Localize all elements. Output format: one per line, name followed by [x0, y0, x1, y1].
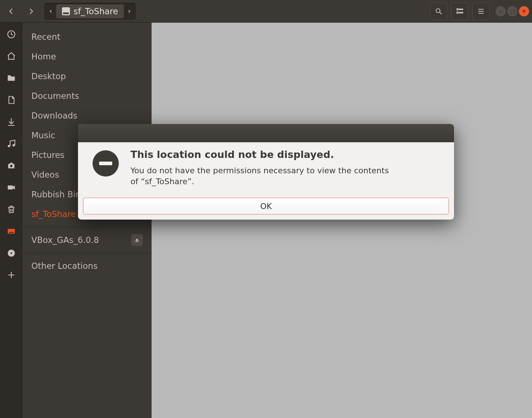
- music-icon[interactable]: [6, 139, 16, 149]
- svg-rect-2: [457, 8, 458, 10]
- path-bar: sf_ToShare: [44, 3, 136, 20]
- svg-rect-3: [457, 12, 458, 13]
- sidebar-item-label: sf_ToShare: [31, 209, 76, 219]
- content-pane: [152, 23, 532, 418]
- drive-icon[interactable]: [6, 226, 16, 236]
- sidebar-item-vbox-gas[interactable]: VBox_GAs_6.0.8: [23, 230, 152, 250]
- minimize-button[interactable]: –: [496, 6, 506, 16]
- path-prev-icon[interactable]: [45, 9, 56, 14]
- sidebar-item-label: Pictures: [31, 150, 64, 160]
- svg-rect-16: [8, 229, 15, 234]
- path-next-icon[interactable]: [124, 9, 135, 14]
- sidebar-item-documents[interactable]: Documents: [23, 86, 152, 106]
- sidebar-item-label: Other Locations: [31, 261, 98, 271]
- sidebar-item-label: Desktop: [31, 71, 66, 81]
- svg-rect-17: [9, 232, 14, 233]
- sidebar-item-label: Rubbish Bin: [31, 190, 81, 199]
- svg-rect-5: [459, 12, 463, 13]
- sidebar-item-recent[interactable]: Recent: [23, 27, 152, 47]
- path-crumb-label: sf_ToShare: [74, 7, 118, 16]
- svg-point-12: [10, 165, 13, 167]
- sidebar-item-label: Videos: [31, 170, 59, 179]
- folder-icon[interactable]: [6, 73, 16, 83]
- hamburger-menu-button[interactable]: [472, 3, 490, 20]
- path-crumb-sf-toshare[interactable]: sf_ToShare: [56, 4, 124, 18]
- svg-rect-22: [135, 241, 138, 242]
- sidebar-separator: [23, 253, 152, 253]
- drive-icon: [62, 7, 70, 15]
- svg-point-0: [436, 8, 440, 12]
- sidebar-item-desktop[interactable]: Desktop: [23, 66, 152, 86]
- sidebar-item-label: Downloads: [31, 111, 77, 120]
- search-button[interactable]: [430, 3, 447, 20]
- video-icon[interactable]: [6, 182, 16, 193]
- dialog-heading: This location could not be displayed.: [130, 149, 393, 160]
- error-icon: [93, 150, 119, 177]
- window-controls: – □ ✕: [496, 6, 529, 16]
- sidebar-item-label: Recent: [31, 32, 60, 42]
- svg-rect-4: [459, 9, 463, 9]
- dialog-message: You do not have the permissions necessar…: [130, 165, 393, 187]
- nav-forward-button[interactable]: [23, 3, 39, 20]
- home-icon[interactable]: [6, 51, 16, 61]
- clock-icon[interactable]: [6, 29, 16, 39]
- error-dialog: This location could not be displayed. Yo…: [78, 124, 454, 220]
- svg-point-19: [11, 252, 12, 254]
- sidebar-item-label: Documents: [31, 91, 79, 101]
- svg-rect-13: [8, 186, 13, 190]
- camera-icon[interactable]: [6, 160, 16, 171]
- toolbar: sf_ToShare – □ ✕: [0, 0, 532, 23]
- dialog-titlebar[interactable]: [78, 124, 454, 142]
- sidebar-item-home[interactable]: Home: [23, 47, 152, 66]
- ok-button[interactable]: OK: [83, 198, 449, 214]
- sidebar-item-label: Home: [31, 52, 56, 61]
- download-icon[interactable]: [6, 117, 16, 127]
- svg-line-1: [440, 12, 442, 14]
- sidebar-separator: [23, 227, 152, 227]
- document-icon[interactable]: [6, 95, 16, 105]
- sidebar-item-other-locations[interactable]: Other Locations: [23, 256, 152, 276]
- maximize-button[interactable]: □: [507, 6, 517, 16]
- sidebar-item-downloads[interactable]: Downloads: [23, 106, 152, 125]
- sidebar: Recent Home Desktop Documents Downloads …: [23, 23, 152, 418]
- eject-button[interactable]: [131, 234, 143, 246]
- nav-back-button[interactable]: [3, 3, 20, 20]
- close-button[interactable]: ✕: [519, 6, 529, 16]
- view-toggle-button[interactable]: [451, 3, 469, 20]
- trash-icon[interactable]: [6, 204, 16, 214]
- sidebar-item-label: Music: [31, 131, 55, 140]
- disc-icon[interactable]: [6, 248, 16, 258]
- sidebar-item-label: VBox_GAs_6.0.8: [31, 235, 99, 245]
- icon-rail: [0, 23, 23, 418]
- plus-icon[interactable]: [6, 270, 16, 280]
